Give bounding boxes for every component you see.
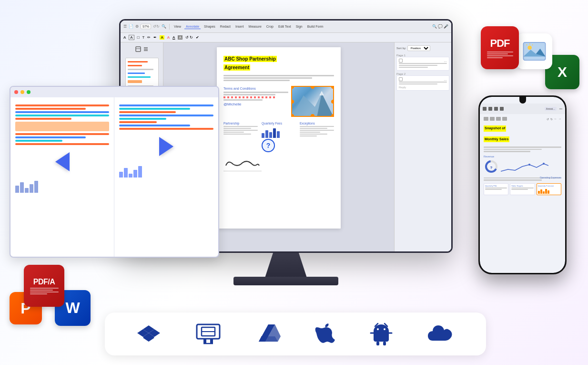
revenue-donut-container: ?	[484, 159, 499, 176]
document-image[interactable]	[291, 86, 334, 117]
toolbar-sign[interactable]: Sign	[294, 24, 304, 29]
svg-point-11	[543, 163, 545, 165]
quarterly-fees-col: Quarterly Fees ?	[262, 122, 296, 152]
browser-right-panel	[114, 97, 218, 257]
revenue-label: Revenue	[484, 155, 561, 158]
format-icons-bottom-left: PDF/A P W	[10, 265, 95, 322]
image-icon-svg	[521, 38, 547, 64]
bl-2	[15, 108, 86, 110]
phone-grid-cell-3: Quarterly Forecast	[537, 183, 561, 195]
google-drive-icon[interactable]	[256, 322, 281, 346]
zoom-level[interactable]: 97%	[141, 24, 151, 29]
window-minimize-dot[interactable]	[20, 90, 24, 94]
br-6	[119, 121, 157, 123]
lbar-4	[30, 184, 33, 193]
exceptions-col: Exceptions	[300, 122, 334, 152]
phone-content: ↺ ↻ ← → Snapshot of Monthly Sales	[480, 114, 565, 273]
phone-more-icon[interactable]	[500, 107, 504, 111]
reply-label[interactable]: Reply	[399, 86, 447, 89]
phone-annot-icon-4[interactable]	[502, 117, 507, 121]
phone-title-line2: Monthly Sales	[484, 136, 509, 143]
doc-line-2	[223, 77, 312, 79]
toolbar-measure[interactable]: Measure	[247, 24, 263, 29]
pdfa-format-icon: PDF/A	[24, 265, 64, 307]
comment-menu-1[interactable]: ...	[444, 59, 447, 63]
doc-line-6	[223, 99, 263, 101]
exceptions-label: Exceptions	[300, 122, 334, 125]
apple-icon[interactable]	[315, 322, 336, 346]
revenue-trend-svg	[501, 161, 548, 174]
phone-doc-icon[interactable]	[488, 107, 492, 111]
svg-line-18	[527, 44, 527, 45]
toolbar-crop[interactable]: Crop	[265, 24, 275, 29]
phone-annot-icon-3[interactable]	[496, 117, 501, 121]
svg-rect-40	[376, 342, 379, 345]
svg-rect-28	[210, 339, 213, 344]
toolbar-view[interactable]: View	[172, 24, 182, 29]
bottom-services-bar	[105, 313, 486, 355]
pmb-4	[545, 189, 547, 194]
comment-menu-2[interactable]: ...	[444, 77, 447, 82]
svg-point-13	[527, 45, 532, 50]
phone-annotate-icon[interactable]	[494, 107, 498, 111]
br-7	[119, 125, 190, 126]
resize-handle-br[interactable]	[331, 114, 334, 117]
toolbar-edittext[interactable]: Edit Text	[277, 24, 293, 29]
pdfa-label: PDF/A	[33, 278, 55, 286]
comment-checkbox-1[interactable]	[399, 59, 403, 63]
lbar-1	[15, 186, 19, 193]
svg-rect-27	[203, 339, 206, 344]
mountain-svg	[292, 86, 333, 116]
rbar-1	[119, 172, 123, 177]
phone-menu-icon[interactable]	[483, 107, 487, 111]
resize-handle-tr[interactable]	[331, 86, 334, 89]
toolbar-buildform[interactable]: Build Form	[306, 24, 325, 29]
comment-item-1: ...	[396, 57, 449, 71]
dropbox-icon[interactable]	[136, 322, 161, 346]
bl-7	[15, 136, 86, 138]
browser-arrows-left	[15, 152, 109, 171]
quarterly-fees-label: Quarterly Fees	[262, 122, 296, 125]
toolbar-annotate[interactable]: Annotate	[184, 24, 201, 29]
toolbar-shapes[interactable]: Shapes	[203, 24, 217, 29]
phone-title-line1: Snapshot of	[484, 125, 506, 132]
left-bar-chart	[15, 178, 109, 193]
toolbar-insert[interactable]: Insert	[234, 24, 245, 29]
phone-grid-cell-1: Quarterly P&L	[484, 183, 508, 195]
toolbar-redact[interactable]: Redact	[219, 24, 232, 29]
monitor-stand	[264, 253, 307, 279]
list-view-icon[interactable]	[143, 46, 149, 52]
phone-annot-icon-2[interactable]	[490, 117, 495, 121]
phone-chart-line-2	[484, 179, 542, 181]
document-columns: Partnership Quarterly Fees	[223, 122, 334, 152]
svg-line-17	[532, 44, 533, 45]
view-icon[interactable]	[135, 46, 141, 52]
bar-2	[265, 130, 268, 138]
cloud-icon[interactable]	[427, 323, 455, 344]
document-signature	[223, 157, 262, 171]
resize-handle-bl[interactable]	[291, 114, 294, 117]
revenue-trend-container: Operating Expenses	[501, 161, 561, 174]
browser-window	[10, 86, 219, 258]
scanner-icon[interactable]	[195, 322, 222, 346]
phone-annot-icon-1[interactable]	[484, 117, 488, 121]
resize-handle-mr[interactable]	[331, 100, 334, 104]
resize-handle-bm[interactable]	[311, 114, 314, 117]
comment-checkbox-2[interactable]	[399, 77, 403, 81]
lbar-5	[34, 181, 38, 193]
pmb-2	[540, 189, 542, 194]
monitor-base	[233, 277, 338, 285]
quarterly-chart	[262, 126, 296, 138]
pdf-label: PDF	[490, 37, 510, 50]
android-icon[interactable]	[370, 322, 393, 346]
question-annotation[interactable]: ?	[262, 139, 275, 152]
pmb-5	[547, 190, 549, 194]
phone-annot-btn[interactable]: Annot...	[545, 107, 557, 111]
window-maximize-dot[interactable]	[27, 90, 30, 94]
phone-toolbar: Annot... •••	[480, 104, 565, 114]
mountain-image	[292, 87, 333, 116]
window-close-dot[interactable]	[14, 90, 18, 94]
sort-select[interactable]: Position	[407, 45, 430, 51]
browser-arrows-right	[119, 137, 213, 156]
arrow-right-shape	[159, 137, 173, 156]
